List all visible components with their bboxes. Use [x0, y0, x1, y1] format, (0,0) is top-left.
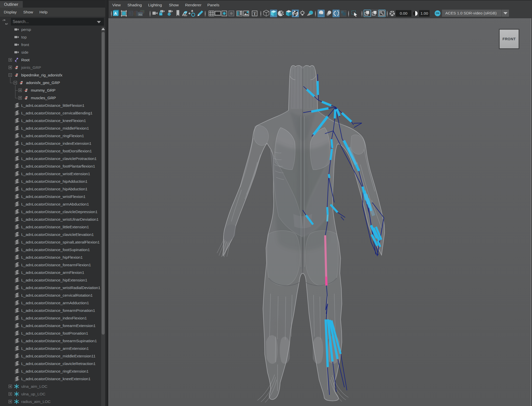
svg-text:A: A — [114, 11, 117, 15]
svg-text:T: T — [253, 12, 256, 16]
